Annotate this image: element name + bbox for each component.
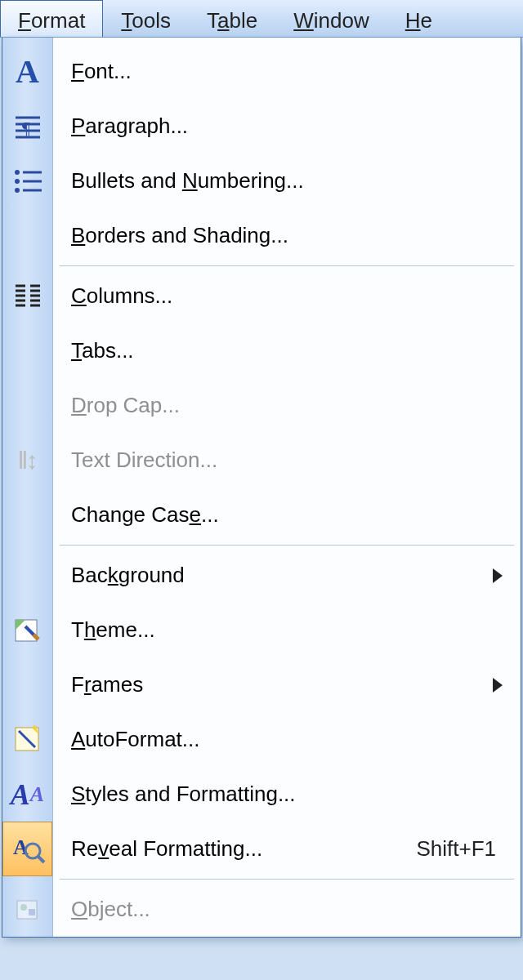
menu-separator <box>60 265 514 266</box>
menu-top-tools[interactable]: Tools <box>103 0 189 37</box>
menu-top-format[interactable]: Format <box>0 0 103 37</box>
svg-line-26 <box>38 856 44 862</box>
menu-item-bullets-numbering[interactable]: Bullets and Numbering... <box>53 154 521 208</box>
svg-point-28 <box>20 904 27 911</box>
svg-point-7 <box>15 188 20 193</box>
menu-item-columns[interactable]: Columns... <box>53 269 521 323</box>
svg-point-5 <box>15 170 20 175</box>
columns-icon <box>10 278 46 314</box>
menu-top-help[interactable]: He <box>387 0 450 37</box>
menu-item-theme[interactable]: Theme... <box>53 603 521 657</box>
menu-item-background[interactable]: Background <box>53 548 521 603</box>
menu-separator <box>60 879 514 880</box>
menu-shortcut: Shift+F1 <box>416 836 512 862</box>
svg-rect-29 <box>29 909 35 915</box>
menu-icon-strip: A ¶ ll↕ AA <box>2 38 53 937</box>
menu-item-object: Object... <box>53 882 521 937</box>
menu-item-change-case[interactable]: Change Case... <box>53 488 521 542</box>
svg-text:¶: ¶ <box>22 118 30 138</box>
svg-point-6 <box>15 179 20 184</box>
object-icon <box>10 892 46 928</box>
text-direction-icon: ll↕ <box>10 443 46 479</box>
menu-item-font[interactable]: Font... <box>53 44 521 99</box>
submenu-arrow-icon <box>493 568 503 583</box>
menu-items: Font... Paragraph... Bullets and Numberi… <box>53 38 521 937</box>
menu-item-borders-shading[interactable]: Borders and Shading... <box>53 208 521 263</box>
menu-top-table[interactable]: Table <box>189 0 275 37</box>
theme-icon <box>10 612 46 648</box>
font-icon: A <box>10 54 46 90</box>
menu-item-autoformat[interactable]: AutoFormat... <box>53 712 521 767</box>
paragraph-icon: ¶ <box>10 109 46 145</box>
menu-item-paragraph[interactable]: Paragraph... <box>53 99 521 154</box>
menu-item-frames[interactable]: Frames <box>53 657 521 712</box>
bullets-icon <box>10 163 46 199</box>
menu-item-styles-formatting[interactable]: Styles and Formatting... <box>53 767 521 822</box>
autoformat-icon <box>10 722 46 758</box>
menu-separator <box>60 545 514 546</box>
menu-top-window[interactable]: Window <box>275 0 387 37</box>
format-menu-dropdown: A ¶ ll↕ AA <box>2 38 521 938</box>
menu-item-text-direction: Text Direction... <box>53 433 521 488</box>
menubar: Format Tools Table Window He <box>0 0 523 38</box>
submenu-arrow-icon <box>493 678 503 693</box>
reveal-formatting-icon: A <box>10 831 46 867</box>
menu-item-drop-cap: Drop Cap... <box>53 378 521 433</box>
menu-item-reveal-formatting[interactable]: Reveal Formatting...Shift+F1 <box>53 822 521 876</box>
styles-icon: AA <box>10 777 46 813</box>
menu-item-tabs[interactable]: Tabs... <box>53 323 521 378</box>
